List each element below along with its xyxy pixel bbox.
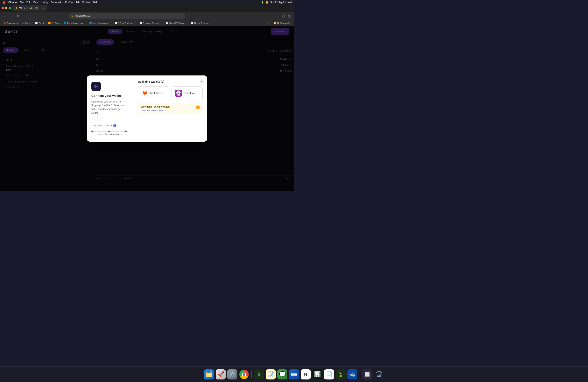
menu-bookmarks[interactable]: Bookmarks	[51, 1, 63, 4]
bookmark-label: Gmail	[39, 22, 44, 24]
maximize-button[interactable]	[9, 7, 11, 9]
close-button[interactable]	[1, 7, 4, 9]
bookmark-pepc1[interactable]: 🌐 https://www.pepc...	[62, 21, 87, 25]
available-wallets-title: Available Wallets (2)	[138, 80, 203, 83]
why-wallet-box: Why don't I see my wallet? Click here to…	[138, 103, 203, 114]
bookmark-blog[interactable]: 📝 chuka231's blog:...	[164, 21, 189, 25]
modal-close-button[interactable]: ✕	[199, 79, 204, 84]
modal-overlay: ▶ Connect your wallet Connecting your wa…	[0, 26, 294, 191]
wallet-options: 🦊 MetaMask 👻 Phantom	[138, 86, 203, 100]
bookmark-label: Notion Resources	[194, 22, 211, 24]
bookmark-pepc2[interactable]: 🌐 https://www.pepc...	[88, 21, 112, 25]
menu-help[interactable]: Help	[93, 1, 98, 4]
tab-bar: ⚡ Vite + React + TS ✕ +	[0, 5, 294, 12]
no-wallet-link[interactable]: I don't have a wallet i	[91, 124, 128, 127]
progress-dot-end	[125, 130, 127, 132]
why-wallet-text: Why don't I see my wallet? Click here to…	[141, 106, 194, 112]
metamask-option[interactable]: 🦊 MetaMask	[138, 86, 169, 100]
blocknative-brand: blocknative	[109, 133, 119, 135]
bookmarks-bar: 🔖 Bookmarks ♟️ Chess ✉️ Gmail ▶️ YouTube…	[0, 20, 294, 26]
forward-button[interactable]: ›	[9, 14, 14, 18]
back-button[interactable]: ‹	[2, 14, 7, 18]
bookmark-label: Chess	[25, 22, 31, 24]
modal-progress: powered by blocknative ⬡	[91, 127, 128, 135]
menu-tab[interactable]: Tab	[76, 1, 80, 4]
modal-connect-title: Connect your wallet	[91, 94, 128, 98]
phantom-icon: 👻	[175, 90, 182, 97]
tab-favicon: ⚡	[15, 7, 18, 10]
bookmarks-more-button[interactable]: »	[267, 21, 270, 25]
bookmark-chess[interactable]: ♟️ Chess	[20, 21, 33, 25]
modal-right-panel: ✕ Available Wallets (2) 🦊 MetaMask 👻 Pha…	[133, 75, 207, 142]
bookmark-label: https://www.pepc...	[93, 22, 111, 24]
menubar-right: 🔋 📶 Sun 22 Sep 8:42 AM	[261, 1, 292, 4]
apple-menu[interactable]: 🍎	[2, 1, 6, 4]
address-bar: ‹ › ↻ 🔒 localhost:5173 ⬛ 👤	[0, 12, 294, 20]
bookmark-bookmarks[interactable]: 🔖 Bookmarks	[2, 21, 19, 25]
menu-history[interactable]: History	[41, 1, 48, 4]
refresh-button[interactable]: ↻	[16, 14, 20, 18]
modal-left-panel: ▶ Connect your wallet Connecting your wa…	[87, 75, 133, 142]
modal-description: Connecting your wallet is like "logging …	[91, 100, 128, 120]
progress-track	[91, 131, 128, 132]
menu-profiles[interactable]: Profiles	[65, 1, 73, 4]
bookmark-label: YouTube	[52, 22, 60, 24]
clock: Sun 22 Sep 8:42 AM	[270, 1, 292, 4]
why-wallet-title: Why don't I see my wallet?	[141, 106, 194, 108]
tab-close-button[interactable]: ✕	[42, 7, 45, 10]
battery-icon: 🔋	[261, 1, 264, 4]
why-wallet-link[interactable]: Click here to learn more	[141, 109, 164, 112]
bookmark-label: chuka231's blog:...	[169, 22, 187, 24]
connect-wallet-modal: ▶ Connect your wallet Connecting your wa…	[87, 75, 207, 142]
menu-window[interactable]: Window	[82, 1, 91, 4]
metamask-name: MetaMask	[150, 92, 163, 95]
tab-title: Vite + React + TS	[19, 7, 38, 10]
metamask-icon: 🦊	[141, 90, 148, 97]
bookmark-gmail[interactable]: ✉️ Gmail	[33, 21, 46, 25]
traffic-lights	[0, 7, 12, 9]
bookmark-youtube[interactable]: ▶️ YouTube	[46, 21, 62, 25]
folder-icon: 📁	[273, 22, 276, 24]
phantom-name: Phantom	[184, 92, 195, 95]
modal-logo-icon: ▶	[94, 84, 98, 89]
bookmark-label: https://www.pepc...	[67, 22, 85, 24]
menu-view[interactable]: View	[33, 1, 38, 4]
new-tab-button[interactable]: +	[47, 5, 53, 11]
modal-logo: ▶	[91, 82, 101, 91]
bookmark-label: DP for Beginners [	[118, 22, 136, 24]
profile-icon[interactable]: 👤	[287, 14, 292, 18]
minimize-button[interactable]	[5, 7, 7, 9]
lock-icon: 🔒	[71, 15, 74, 17]
progress-dot-mid	[108, 130, 110, 132]
no-wallet-text: I don't have a wallet	[91, 124, 112, 127]
wifi-icon: 📶	[266, 1, 268, 4]
menubar: 🍎 Chrome File Edit View History Bookmark…	[0, 0, 294, 5]
active-tab[interactable]: ⚡ Vite + React + TS ✕	[12, 5, 47, 11]
bookmark-label: Dynamic Program...	[143, 22, 162, 24]
why-info-icon: i	[196, 106, 200, 109]
menu-edit[interactable]: Edit	[26, 1, 31, 4]
bookmark-dp[interactable]: 📄 DP for Beginners [	[113, 21, 137, 25]
address-input[interactable]: 🔒 localhost:5173	[69, 13, 186, 19]
app-content: dextr Trade Faucet Manage Liquidity Stak…	[0, 26, 294, 191]
url-text: localhost:5173	[75, 15, 90, 17]
extensions-icon[interactable]: ⬛	[281, 14, 286, 18]
menu-file[interactable]: File	[20, 1, 23, 4]
all-bookmarks-button[interactable]: 📁 All Bookmarks	[272, 21, 292, 25]
menu-chrome[interactable]: Chrome	[8, 1, 17, 4]
bookmark-dynamic[interactable]: 📄 Dynamic Program...	[138, 21, 163, 25]
phantom-option[interactable]: 👻 Phantom	[171, 86, 203, 100]
info-icon: i	[113, 124, 116, 127]
chrome-window: ⚡ Vite + React + TS ✕ + ‹ › ↻ 🔒 localhos…	[0, 5, 294, 191]
all-bookmarks-label: All Bookmarks	[277, 22, 291, 24]
progress-dot-start	[91, 130, 93, 132]
powered-by-text: powered by blocknative ⬡	[91, 133, 128, 135]
bookmark-label: Bookmarks	[7, 22, 18, 24]
bookmark-notion[interactable]: 📋 Notion Resources	[189, 21, 213, 25]
address-right-icons: ⬛ 👤	[281, 14, 292, 18]
